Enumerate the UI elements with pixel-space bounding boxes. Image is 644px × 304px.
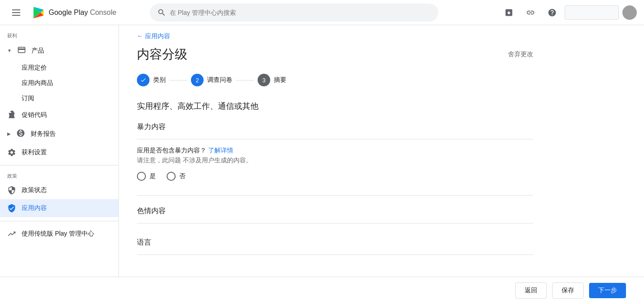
step-2-label: 调查问卷 [207,76,232,84]
promo-codes-icon [7,111,16,120]
step-2: 2 调查问卷 [191,74,232,86]
sidebar-divider-1 [0,165,118,165]
menu-line [12,9,20,10]
logo-text: Google Play Console [49,9,116,17]
step-2-circle: 2 [191,74,204,86]
sidebar-item-in-app-products[interactable]: 应用内商品 [0,76,118,91]
settings-icon [7,148,16,157]
discard-button[interactable]: 舍弃更改 [508,50,533,58]
header-search-input[interactable] [565,5,619,20]
products-icon [17,45,26,56]
menu-button[interactable] [7,4,25,22]
step-1-circle [137,74,150,86]
menu-line [12,12,20,13]
violence-learn-more-link[interactable]: 了解详情 [208,147,233,154]
notifications-button[interactable] [500,4,518,22]
breadcrumb: ← 应用内容 [137,32,533,40]
step-3-label: 摘要 [274,76,286,84]
help-icon [548,8,557,17]
next-button[interactable]: 下一步 [589,283,626,298]
header-actions [500,4,637,22]
chevron-down-icon: ▼ [7,48,12,53]
sexual-section: 色情内容 [137,206,533,224]
radio-yes-circle [137,172,146,181]
sidebar: 获利 ▼ 产品 应用定价 应用内商品 订阅 促销代码 ▶ 财务报告 [0,25,119,277]
step-connector-1-2 [169,80,187,80]
sidebar-item-promo-codes[interactable]: 促销代码 [0,106,118,124]
chevron-right-icon: ▶ [7,131,11,136]
sidebar-item-legacy-label: 使用传统版 Play 管理中心 [22,230,94,238]
violence-radio-no[interactable]: 否 [167,172,186,181]
search-icon [157,8,166,17]
sidebar-item-policy-status[interactable]: 政策状态 [0,181,118,199]
sidebar-item-policy-status-label: 政策状态 [22,186,47,194]
app-content-icon [7,204,16,213]
breadcrumb-back-link[interactable]: ← 应用内容 [137,32,170,40]
sidebar-item-subscriptions[interactable]: 订阅 [0,91,118,106]
radio-no-circle [167,172,176,181]
notifications-icon [504,8,513,17]
radio-no-label: 否 [179,172,186,180]
shield-icon [7,186,16,195]
sidebar-item-products[interactable]: ▼ 产品 [0,41,118,60]
sidebar-item-monetize-settings-label: 获利设置 [22,148,47,156]
checkmark-icon [140,77,146,83]
save-button[interactable]: 保存 [552,282,584,299]
financial-icon [16,129,25,139]
content-area: ← 应用内容 内容分级 舍弃更改 类别 2 [119,25,644,277]
page-title: 内容分级 [137,46,187,63]
back-button[interactable]: 返回 [515,282,547,299]
sidebar-section-monetize: 获利 [0,29,118,41]
step-1-label: 类别 [153,76,166,84]
step-connector-2-3 [236,80,254,80]
step-1: 类别 [137,74,166,86]
violence-section: 暴力内容 应用是否包含暴力内容？ 了解详情 请注意，此问题 不涉及用户生成的内容… [137,122,533,181]
sidebar-item-financial[interactable]: ▶ 财务报告 [0,124,118,143]
violence-note: 请注意，此问题 不涉及用户生成的内容。 [137,156,533,165]
help-button[interactable] [543,4,561,22]
step-3-circle: 3 [258,74,270,86]
violence-radio-group: 是 否 [137,172,533,181]
step-3: 3 摘要 [258,74,286,86]
menu-line [12,15,20,16]
search-input[interactable] [170,9,431,16]
sidebar-item-monetize-settings[interactable]: 获利设置 [0,143,118,161]
trending-icon [7,229,16,238]
account-avatar[interactable] [622,5,637,20]
sidebar-divider-2 [0,221,118,221]
violence-section-title: 暴力内容 [137,122,533,139]
sidebar-item-financial-label: 财务报告 [31,130,56,138]
link-icon [526,8,535,17]
sidebar-item-promo-codes-label: 促销代码 [22,111,47,119]
footer: 返回 保存 下一步 [0,277,644,304]
sidebar-item-products-label: 产品 [32,47,44,55]
content-inner: ← 应用内容 内容分级 舍弃更改 类别 2 [119,25,551,277]
sidebar-item-app-content[interactable]: 应用内容 [0,199,118,217]
sidebar-item-app-pricing[interactable]: 应用定价 [0,60,118,76]
violence-radio-yes[interactable]: 是 [137,172,156,181]
google-play-logo-icon [31,5,45,20]
logo-area: Google Play Console [31,5,116,20]
app-header: Google Play Console [0,0,644,25]
sidebar-item-legacy[interactable]: 使用传统版 Play 管理中心 [0,225,118,243]
app-type-title: 实用程序、高效工作、通信或其他 [137,101,533,112]
sidebar-section-policy: 政策 [0,169,118,181]
sexual-section-title: 色情内容 [137,206,533,224]
next-section-hint: 语言 [137,238,533,255]
page-title-row: 内容分级 舍弃更改 [137,46,533,63]
sidebar-item-app-content-label: 应用内容 [22,204,47,212]
main-layout: 获利 ▼ 产品 应用定价 应用内商品 订阅 促销代码 ▶ 财务报告 [0,25,644,277]
radio-yes-label: 是 [150,172,156,180]
violence-question: 应用是否包含暴力内容？ 了解详情 [137,147,533,155]
link-button[interactable] [522,4,540,22]
step-indicator: 类别 2 调查问卷 3 摘要 [137,74,533,86]
section-divider-violence-sexual [137,195,533,196]
search-bar [150,4,438,22]
